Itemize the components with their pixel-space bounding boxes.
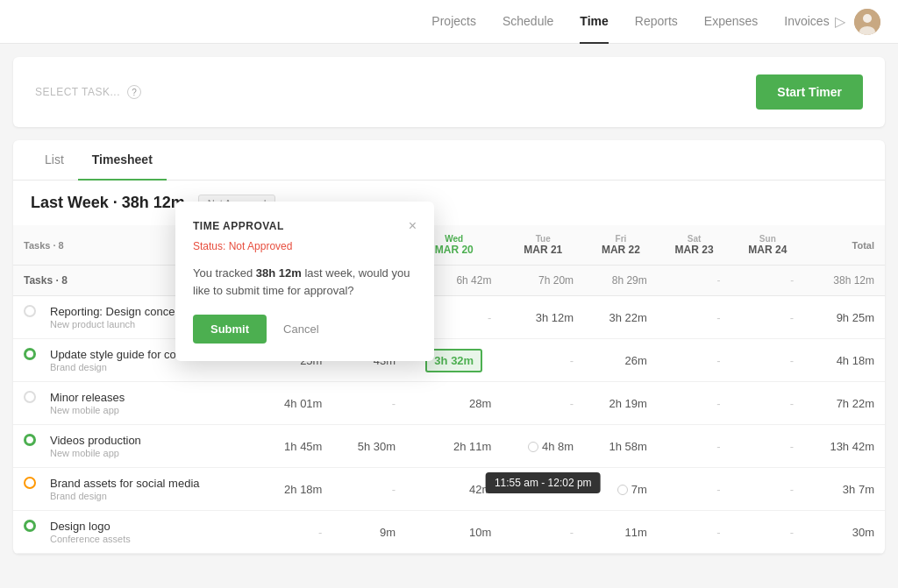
task-sat[interactable]: - xyxy=(658,511,731,554)
summary-total: 38h 12m xyxy=(804,266,885,296)
tab-timesheet[interactable]: Timesheet xyxy=(78,140,167,181)
avatar[interactable] xyxy=(854,9,880,35)
col-sat: SatMAR 23 xyxy=(658,225,731,266)
table-row: Update style guide for co-w... Brand des… xyxy=(13,339,885,382)
task-total: 9h 25m xyxy=(804,296,885,339)
task-sun[interactable]: - xyxy=(731,425,804,468)
task-project: Conference assets xyxy=(50,534,131,544)
task-thu[interactable]: 4h 8m 11:55 am - 12:02 pm xyxy=(502,425,584,468)
task-fri[interactable]: 3h 22m xyxy=(584,296,658,339)
task-project: Brand design xyxy=(50,362,197,372)
nav-bar: Projects Schedule Time Reports Expenses … xyxy=(0,0,898,44)
summary-fri: 8h 29m xyxy=(584,266,658,296)
col-total: Total xyxy=(804,225,885,266)
modal-body: You tracked 38h 12m last week, would you… xyxy=(193,265,417,299)
modal-status-value: Not Approved xyxy=(229,240,293,252)
week-title: Last Week · 38h 12m xyxy=(31,194,185,212)
tab-list[interactable]: List xyxy=(31,140,78,181)
submit-button[interactable]: Submit xyxy=(193,315,267,344)
col-sun: SunMAR 24 xyxy=(731,225,804,266)
timesheet-section: List Timesheet Last Week · 38h 12m Not A… xyxy=(13,140,885,554)
task-name: Videos production xyxy=(50,434,141,447)
task-tue[interactable]: - xyxy=(332,382,406,425)
task-sun[interactable]: - xyxy=(731,296,804,339)
task-sat[interactable]: - xyxy=(658,425,731,468)
summary-row: Tasks · 8 - - 6h 42m 7h 20m 8h 29m - - 3… xyxy=(13,266,885,296)
modal-close-button[interactable]: × xyxy=(409,219,417,233)
modal-header: TIME APPROVAL × xyxy=(193,219,417,233)
task-name: Minor releases xyxy=(50,391,125,404)
task-tue[interactable]: 5h 30m xyxy=(332,425,406,468)
task-fri[interactable]: 1h 58m xyxy=(584,425,658,468)
table-row: Videos production New mobile app 1h 45m … xyxy=(13,425,885,468)
modal-title: TIME APPROVAL xyxy=(193,220,284,232)
task-name: Design logo xyxy=(50,520,131,533)
task-project: New mobile app xyxy=(50,448,141,458)
task-sat[interactable]: - xyxy=(658,339,731,382)
task-total: 30m xyxy=(804,511,885,554)
task-sat[interactable]: - xyxy=(658,296,731,339)
table-row: Reporting: Design concept c... New produ… xyxy=(13,296,885,339)
task-cell: Videos production New mobile app xyxy=(13,425,260,468)
summary-sun: - xyxy=(731,266,804,296)
time-approval-modal: TIME APPROVAL × Status: Not Approved You… xyxy=(175,202,434,361)
nav-invoices[interactable]: Invoices xyxy=(784,0,829,44)
col-fri: FriMAR 22 xyxy=(584,225,658,266)
task-status-icon xyxy=(24,348,36,360)
highlighted-time[interactable]: 3h 32m xyxy=(425,349,482,372)
task-fri[interactable]: 2h 19m xyxy=(584,382,658,425)
task-wed[interactable]: 2h 11m xyxy=(406,425,502,468)
task-mon[interactable]: - xyxy=(260,511,333,554)
task-cell: Minor releases New mobile app xyxy=(13,382,260,425)
modal-status: Status: Not Approved xyxy=(193,240,417,252)
summary-thu: 7h 20m xyxy=(502,266,584,296)
task-thu[interactable]: - xyxy=(502,382,584,425)
task-total: 3h 7m xyxy=(804,468,885,511)
nav-schedule[interactable]: Schedule xyxy=(502,0,553,44)
task-sat[interactable]: - xyxy=(658,382,731,425)
task-fri[interactable]: 11m xyxy=(584,511,658,554)
nav-reports[interactable]: Reports xyxy=(635,0,678,44)
task-fri[interactable]: 26m xyxy=(584,339,658,382)
cancel-button[interactable]: Cancel xyxy=(275,315,326,344)
play-icon-button[interactable]: ▷ xyxy=(835,13,845,30)
tabs: List Timesheet xyxy=(13,140,885,181)
nav-projects[interactable]: Projects xyxy=(431,0,476,44)
task-tue[interactable]: - xyxy=(332,468,406,511)
timer-section: SELECT TASK... ? Start Timer xyxy=(13,57,885,127)
task-status-icon xyxy=(24,520,36,532)
task-sun[interactable]: - xyxy=(731,468,804,511)
start-timer-button[interactable]: Start Timer xyxy=(756,74,863,110)
task-total: 13h 42m xyxy=(804,425,885,468)
task-sun[interactable]: - xyxy=(731,382,804,425)
task-status-icon xyxy=(24,434,36,446)
nav-links: Projects Schedule Time Reports Expenses … xyxy=(426,0,835,44)
modal-actions: Submit Cancel xyxy=(193,315,417,344)
task-thu[interactable]: - xyxy=(502,511,584,554)
task-project: New mobile app xyxy=(50,405,125,415)
task-total: 4h 18m xyxy=(804,339,885,382)
task-name: Brand assets for social media xyxy=(50,477,200,490)
task-status-icon xyxy=(24,305,36,317)
task-thu[interactable]: - xyxy=(502,339,584,382)
task-total: 7h 22m xyxy=(804,382,885,425)
task-sun[interactable]: - xyxy=(731,511,804,554)
nav-time[interactable]: Time xyxy=(580,0,608,44)
help-icon[interactable]: ? xyxy=(127,85,141,99)
circle-icon xyxy=(528,442,538,452)
nav-expenses[interactable]: Expenses xyxy=(704,0,758,44)
task-mon[interactable]: 4h 01m xyxy=(260,382,333,425)
task-select[interactable]: SELECT TASK... ? xyxy=(35,85,756,99)
task-mon[interactable]: 1h 45m xyxy=(260,425,333,468)
task-thu[interactable]: 3h 12m xyxy=(502,296,584,339)
task-cell: Brand assets for social media Brand desi… xyxy=(13,468,260,511)
task-wed[interactable]: 28m xyxy=(406,382,502,425)
task-wed[interactable]: 10m xyxy=(406,511,502,554)
task-sat[interactable]: - xyxy=(658,468,731,511)
svg-point-1 xyxy=(863,14,872,23)
task-sun[interactable]: - xyxy=(731,339,804,382)
timesheet-table: Tasks · 8 MonMAR 19 TueMAR 20 WedMAR 20 … xyxy=(13,225,885,554)
task-status-icon xyxy=(24,477,36,489)
task-mon[interactable]: 2h 18m xyxy=(260,468,333,511)
task-tue[interactable]: 9m xyxy=(332,511,406,554)
